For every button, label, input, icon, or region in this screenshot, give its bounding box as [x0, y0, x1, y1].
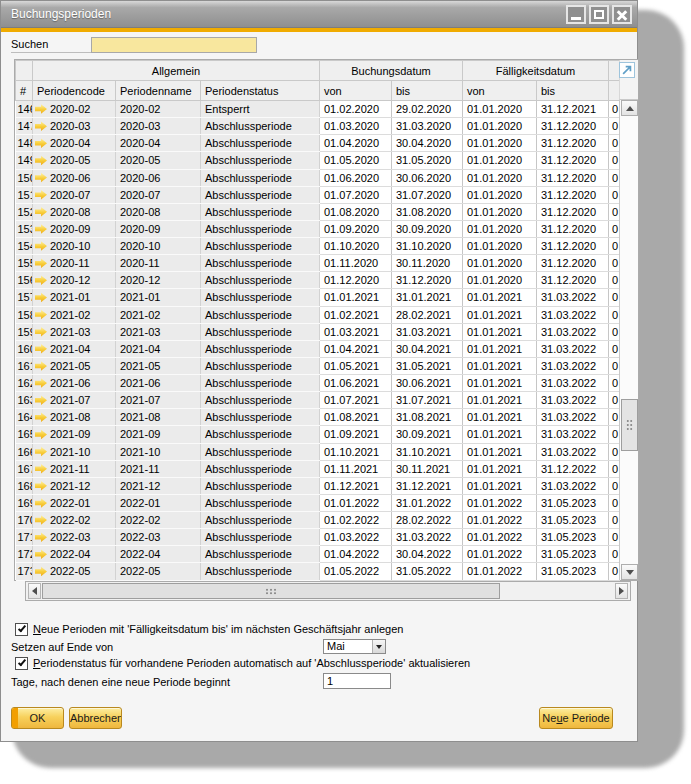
- buchung-von-cell[interactable]: 01.01.2022: [320, 494, 392, 511]
- faellig-von-cell[interactable]: 01.01.2020: [463, 272, 537, 289]
- periodenstatus-cell[interactable]: Abschlussperiode: [201, 460, 320, 477]
- buchung-von-cell[interactable]: 01.02.2022: [320, 512, 392, 529]
- close-button[interactable]: [612, 5, 632, 24]
- link-arrow-icon[interactable]: [35, 378, 47, 388]
- periodenname-cell[interactable]: 2020-06: [116, 169, 201, 186]
- buchung-bis-cell[interactable]: 31.12.2021: [392, 477, 463, 494]
- periodenstatus-cell[interactable]: Abschlussperiode: [201, 426, 320, 443]
- faellig-von-cell[interactable]: 01.01.2020: [463, 118, 537, 135]
- periodencode-cell[interactable]: 2020-09: [33, 220, 116, 237]
- periodencode-cell[interactable]: 2020-06: [33, 169, 116, 186]
- faellig-bis-cell[interactable]: 31.12.2020: [537, 152, 609, 169]
- table-row[interactable]: 160 2021-04 2021-04 Abschlussperiode 01.…: [16, 340, 620, 357]
- table-row[interactable]: 172 2022-04 2022-04 Abschlussperiode 01.…: [16, 546, 620, 563]
- buchung-bis-cell[interactable]: 30.06.2020: [392, 169, 463, 186]
- periodenstatus-cell[interactable]: Abschlussperiode: [201, 323, 320, 340]
- link-arrow-icon[interactable]: [35, 241, 47, 251]
- faellig-bis-cell[interactable]: 31.12.2020: [537, 238, 609, 255]
- scroll-up-button[interactable]: [621, 100, 638, 116]
- link-arrow-icon[interactable]: [35, 515, 47, 525]
- new-periods-checkbox[interactable]: [15, 623, 28, 636]
- ok-button[interactable]: OK: [11, 707, 64, 729]
- table-row[interactable]: 159 2021-03 2021-03 Abschlussperiode 01.…: [16, 323, 620, 340]
- periodenname-cell[interactable]: 2021-02: [116, 306, 201, 323]
- periodencode-cell[interactable]: 2022-03: [33, 529, 116, 546]
- table-row[interactable]: 147 2020-03 2020-03 Abschlussperiode 01.…: [16, 118, 620, 135]
- periodenname-cell[interactable]: 2022-05: [116, 563, 201, 580]
- faellig-von-cell[interactable]: 01.01.2020: [463, 220, 537, 237]
- link-arrow-icon[interactable]: [35, 258, 47, 268]
- link-arrow-icon[interactable]: [35, 395, 47, 405]
- table-row[interactable]: 153 2020-09 2020-09 Abschlussperiode 01.…: [16, 220, 620, 237]
- buchung-von-cell[interactable]: 01.07.2020: [320, 186, 392, 203]
- cancel-button[interactable]: Abbrechen: [69, 707, 122, 729]
- horizontal-scrollbar[interactable]: [25, 581, 631, 601]
- faellig-von-cell[interactable]: 01.01.2022: [463, 529, 537, 546]
- vertical-scrollbar[interactable]: [619, 100, 638, 580]
- periodenstatus-cell[interactable]: Abschlussperiode: [201, 289, 320, 306]
- buchung-bis-cell[interactable]: 28.02.2021: [392, 306, 463, 323]
- col-header-periodencode[interactable]: Periodencode: [33, 81, 116, 101]
- periodencode-cell[interactable]: 2020-03: [33, 118, 116, 135]
- buchung-bis-cell[interactable]: 30.09.2021: [392, 426, 463, 443]
- periodenname-cell[interactable]: 2020-12: [116, 272, 201, 289]
- faellig-bis-cell[interactable]: 31.05.2023: [537, 563, 609, 580]
- periodenstatus-cell[interactable]: Entsperrt: [201, 101, 320, 118]
- periodencode-cell[interactable]: 2020-12: [33, 272, 116, 289]
- buchung-von-cell[interactable]: 01.12.2020: [320, 272, 392, 289]
- table-row[interactable]: 171 2022-03 2022-03 Abschlussperiode 01.…: [16, 529, 620, 546]
- buchung-bis-cell[interactable]: 30.09.2020: [392, 220, 463, 237]
- faellig-von-cell[interactable]: 01.01.2020: [463, 169, 537, 186]
- faellig-bis-cell[interactable]: 31.12.2020: [537, 220, 609, 237]
- col-header-buchung-bis[interactable]: bis: [392, 81, 463, 101]
- faellig-bis-cell[interactable]: 31.03.2022: [537, 340, 609, 357]
- buchung-bis-cell[interactable]: 31.08.2020: [392, 203, 463, 220]
- periodenname-cell[interactable]: 2021-04: [116, 340, 201, 357]
- periodencode-cell[interactable]: 2020-08: [33, 203, 116, 220]
- link-arrow-icon[interactable]: [35, 190, 47, 200]
- link-arrow-icon[interactable]: [35, 155, 47, 165]
- periodencode-cell[interactable]: 2020-07: [33, 186, 116, 203]
- buchung-von-cell[interactable]: 01.07.2021: [320, 392, 392, 409]
- periodenstatus-cell[interactable]: Abschlussperiode: [201, 169, 320, 186]
- periodenname-cell[interactable]: 2021-09: [116, 426, 201, 443]
- periodenname-cell[interactable]: 2020-05: [116, 152, 201, 169]
- buchung-von-cell[interactable]: 01.03.2022: [320, 529, 392, 546]
- periodenname-cell[interactable]: 2021-06: [116, 375, 201, 392]
- faellig-von-cell[interactable]: 01.01.2022: [463, 494, 537, 511]
- buchung-von-cell[interactable]: 01.03.2020: [320, 118, 392, 135]
- periodenstatus-cell[interactable]: Abschlussperiode: [201, 546, 320, 563]
- month-dropdown[interactable]: Mai: [323, 639, 386, 654]
- faellig-bis-cell[interactable]: 31.03.2022: [537, 289, 609, 306]
- periodenstatus-cell[interactable]: Abschlussperiode: [201, 118, 320, 135]
- faellig-bis-cell[interactable]: 31.03.2022: [537, 357, 609, 374]
- periodencode-cell[interactable]: 2021-02: [33, 306, 116, 323]
- buchung-von-cell[interactable]: 01.05.2021: [320, 357, 392, 374]
- periodenname-cell[interactable]: 2020-11: [116, 255, 201, 272]
- buchung-bis-cell[interactable]: 31.05.2021: [392, 357, 463, 374]
- buchung-bis-cell[interactable]: 31.10.2020: [392, 238, 463, 255]
- buchung-bis-cell[interactable]: 30.04.2020: [392, 135, 463, 152]
- periodencode-cell[interactable]: 2020-05: [33, 152, 116, 169]
- link-arrow-icon[interactable]: [35, 498, 47, 508]
- periodenname-cell[interactable]: 2022-01: [116, 494, 201, 511]
- title-bar[interactable]: Buchungsperioden: [1, 1, 637, 28]
- faellig-bis-cell[interactable]: 31.03.2022: [537, 392, 609, 409]
- faellig-von-cell[interactable]: 01.01.2022: [463, 512, 537, 529]
- table-row[interactable]: 161 2021-05 2021-05 Abschlussperiode 01.…: [16, 357, 620, 374]
- buchung-bis-cell[interactable]: 31.05.2020: [392, 152, 463, 169]
- faellig-bis-cell[interactable]: 31.03.2022: [537, 409, 609, 426]
- link-arrow-icon[interactable]: [35, 310, 47, 320]
- buchung-bis-cell[interactable]: 31.01.2022: [392, 494, 463, 511]
- faellig-bis-cell[interactable]: 31.12.2020: [537, 135, 609, 152]
- faellig-von-cell[interactable]: 01.01.2020: [463, 152, 537, 169]
- periodencode-cell[interactable]: 2021-11: [33, 460, 116, 477]
- periodenstatus-cell[interactable]: Abschlussperiode: [201, 152, 320, 169]
- buchung-bis-cell[interactable]: 31.08.2021: [392, 409, 463, 426]
- buchung-von-cell[interactable]: 01.06.2020: [320, 169, 392, 186]
- periodencode-cell[interactable]: 2021-10: [33, 443, 116, 460]
- table-row[interactable]: 151 2020-07 2020-07 Abschlussperiode 01.…: [16, 186, 620, 203]
- faellig-bis-cell[interactable]: 31.12.2020: [537, 169, 609, 186]
- periodenname-cell[interactable]: 2020-04: [116, 135, 201, 152]
- buchung-von-cell[interactable]: 01.11.2021: [320, 460, 392, 477]
